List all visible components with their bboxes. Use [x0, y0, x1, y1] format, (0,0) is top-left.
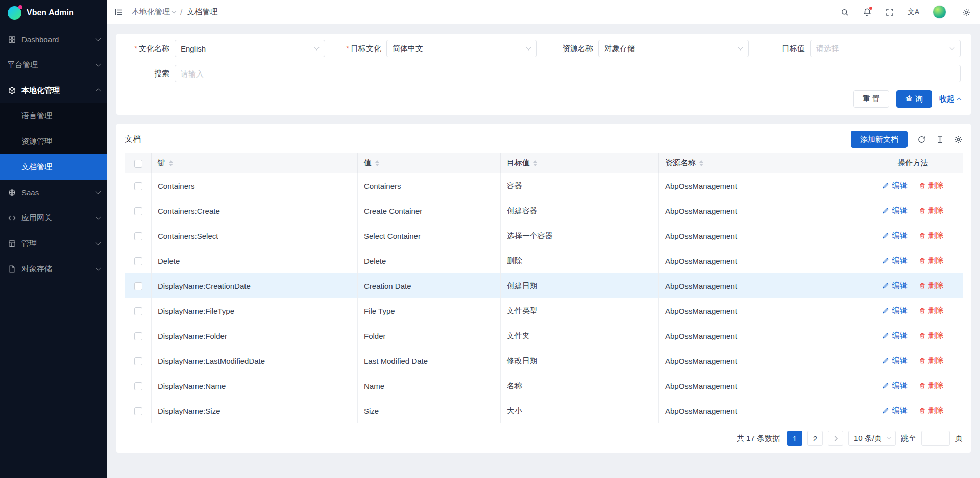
- sidebar-item-admin[interactable]: 管理: [0, 231, 107, 256]
- chevron-down-icon: [96, 266, 101, 271]
- sidebar-item-localization[interactable]: 本地化管理: [0, 78, 107, 103]
- delete-button[interactable]: 删除: [919, 356, 944, 365]
- delete-button[interactable]: 删除: [919, 331, 944, 340]
- cell-key: DisplayName:FileType: [152, 298, 358, 323]
- topbar-actions: 文A: [840, 5, 971, 19]
- cell-resource-name: AbpOssManagement: [659, 173, 814, 198]
- row-checkbox[interactable]: [134, 182, 142, 190]
- sidebar-item-platform[interactable]: 平台管理: [0, 52, 107, 78]
- delete-button[interactable]: 删除: [919, 181, 944, 190]
- chevron-down-icon: [887, 435, 891, 439]
- search-input[interactable]: [175, 65, 961, 82]
- edit-button[interactable]: 编辑: [882, 231, 907, 240]
- refresh-icon[interactable]: [917, 135, 926, 144]
- app-logo[interactable]: Vben Admin: [0, 0, 107, 26]
- target-value-select[interactable]: 请选择: [810, 40, 961, 57]
- column-target-value[interactable]: 目标值: [501, 153, 659, 173]
- jump-to-page-input[interactable]: [921, 431, 950, 446]
- edit-button[interactable]: 编辑: [882, 306, 907, 315]
- delete-button[interactable]: 删除: [919, 281, 944, 290]
- chevron-down-icon: [96, 62, 101, 67]
- field-target-culture: *目标文化 简体中文: [338, 40, 537, 57]
- cell-target-value: 名称: [501, 373, 659, 398]
- sort-icon[interactable]: [533, 160, 537, 166]
- cell-key: Containers:Select: [152, 223, 358, 248]
- row-checkbox[interactable]: [134, 282, 142, 290]
- table-title: 文档: [125, 134, 141, 145]
- edit-button[interactable]: 编辑: [882, 206, 907, 215]
- row-checkbox[interactable]: [134, 257, 142, 265]
- column-key[interactable]: 键: [152, 153, 358, 173]
- edit-button[interactable]: 编辑: [882, 181, 907, 190]
- collapse-filter-link[interactable]: 收起: [939, 94, 961, 104]
- delete-button[interactable]: 删除: [919, 381, 944, 390]
- add-document-button[interactable]: 添加新文档: [851, 131, 908, 148]
- package-icon: [7, 86, 16, 95]
- edit-button[interactable]: 编辑: [882, 406, 907, 415]
- sidebar-item-object-storage[interactable]: 对象存储: [0, 256, 107, 282]
- field-culture-name: *文化名称 English: [127, 40, 325, 57]
- pagination-page-1[interactable]: 1: [787, 431, 802, 446]
- row-checkbox[interactable]: [134, 232, 142, 240]
- sidebar-item-resource-management[interactable]: 资源管理: [0, 129, 107, 154]
- delete-button[interactable]: 删除: [919, 231, 944, 240]
- sidebar-item-language-management[interactable]: 语言管理: [0, 103, 107, 129]
- page-size-select[interactable]: 10 条/页: [848, 431, 896, 446]
- row-checkbox[interactable]: [134, 382, 142, 390]
- cell-resource-name: AbpOssManagement: [659, 373, 814, 398]
- resource-name-select[interactable]: 对象存储: [598, 40, 749, 57]
- pagination-total: 共 17 条数据: [737, 434, 780, 443]
- sidebar-item-saas[interactable]: Saas: [0, 180, 107, 205]
- sort-icon[interactable]: [699, 160, 703, 166]
- edit-button[interactable]: 编辑: [882, 381, 907, 390]
- row-height-icon[interactable]: [936, 135, 944, 144]
- sidebar-item-gateway[interactable]: 应用网关: [0, 205, 107, 231]
- culture-name-label: 文化名称: [139, 44, 169, 53]
- pagination-next-button[interactable]: [828, 431, 843, 446]
- sidebar: Vben Admin Dashboard 平台管理 本地化管理: [0, 0, 107, 478]
- delete-button[interactable]: 删除: [919, 256, 944, 265]
- table-row: Delete Delete 删除 AbpOssManagement 编辑 删除: [125, 248, 963, 273]
- column-value[interactable]: 值: [358, 153, 501, 173]
- breadcrumb-parent[interactable]: 本地化管理: [132, 7, 176, 17]
- culture-name-select[interactable]: English: [175, 40, 325, 57]
- column-settings-gear-icon[interactable]: [954, 135, 963, 144]
- edit-button[interactable]: 编辑: [882, 281, 907, 290]
- globe-icon: [7, 188, 16, 197]
- chevron-up-icon: [96, 89, 101, 94]
- search-label: 搜索: [127, 69, 175, 79]
- row-checkbox[interactable]: [134, 407, 142, 415]
- delete-button[interactable]: 删除: [919, 406, 944, 415]
- sidebar-collapse-icon[interactable]: [114, 8, 124, 17]
- row-checkbox[interactable]: [134, 332, 142, 340]
- table-row: DisplayName:Size Size 大小 AbpOssManagemen…: [125, 398, 963, 423]
- breadcrumb-current[interactable]: 文档管理: [187, 7, 217, 17]
- edit-button[interactable]: 编辑: [882, 331, 907, 340]
- row-checkbox[interactable]: [134, 307, 142, 315]
- reset-button[interactable]: 重 置: [853, 90, 889, 108]
- fullscreen-icon[interactable]: [885, 8, 894, 17]
- select-all-checkbox[interactable]: [134, 160, 142, 168]
- row-checkbox[interactable]: [134, 207, 142, 215]
- sidebar-item-dashboard[interactable]: Dashboard: [0, 27, 107, 52]
- chevron-down-icon: [950, 45, 955, 51]
- search-icon[interactable]: [840, 8, 849, 17]
- edit-button[interactable]: 编辑: [882, 356, 907, 365]
- avatar[interactable]: [933, 5, 946, 19]
- search-row: 搜索: [127, 65, 961, 82]
- pagination-page-2[interactable]: 2: [807, 431, 823, 446]
- sidebar-item-document-management[interactable]: 文档管理: [0, 154, 107, 180]
- delete-button[interactable]: 删除: [919, 306, 944, 315]
- column-resource-name[interactable]: 资源名称: [659, 153, 814, 173]
- delete-button[interactable]: 删除: [919, 206, 944, 215]
- language-switch-icon[interactable]: 文A: [908, 8, 919, 17]
- query-button[interactable]: 查 询: [896, 90, 932, 108]
- documents-table: 键 值 目标值 资源名称 操作方法 Containers Containers …: [125, 153, 963, 423]
- target-culture-select[interactable]: 简体中文: [386, 40, 537, 57]
- sort-icon[interactable]: [169, 160, 173, 166]
- settings-gear-icon[interactable]: [962, 8, 971, 17]
- row-checkbox[interactable]: [134, 357, 142, 365]
- notifications-bell-icon[interactable]: [863, 8, 872, 17]
- sort-icon[interactable]: [375, 160, 379, 166]
- edit-button[interactable]: 编辑: [882, 256, 907, 265]
